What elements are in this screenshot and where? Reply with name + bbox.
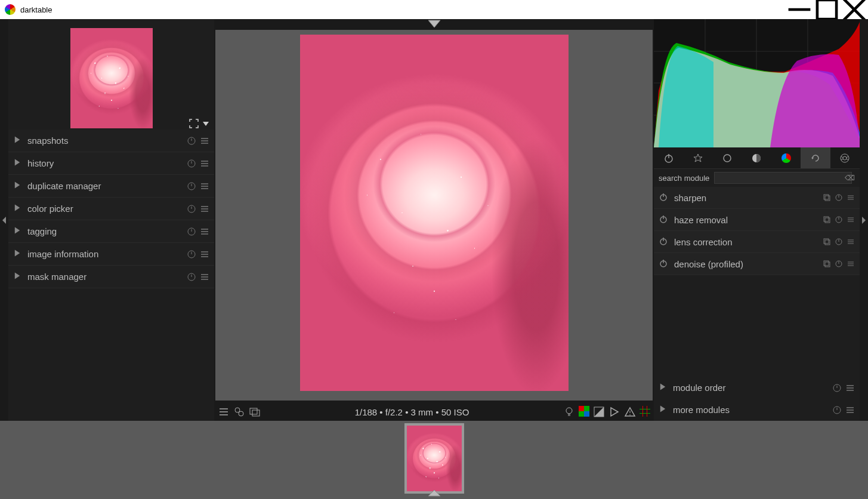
- preset-menu-icon[interactable]: [845, 383, 855, 393]
- overexposed-icon[interactable]: [593, 406, 605, 418]
- panel-label: history: [27, 158, 187, 168]
- tab-basic[interactable]: [713, 147, 742, 168]
- module-name: haze removal: [674, 215, 823, 225]
- preset-menu-icon[interactable]: [200, 250, 209, 259]
- panel-duplicate-manager[interactable]: duplicate manager: [8, 175, 214, 198]
- svg-marker-4: [2, 217, 6, 224]
- multi-instance-icon[interactable]: [823, 238, 831, 246]
- module-name: lens correction: [674, 237, 823, 247]
- tab-favorites[interactable]: [683, 147, 712, 168]
- reset-icon[interactable]: [187, 136, 196, 146]
- preset-menu-icon[interactable]: [200, 204, 209, 214]
- panel-label: module order: [673, 383, 832, 393]
- panel-color-picker[interactable]: color picker: [8, 198, 214, 220]
- reset-icon[interactable]: [832, 405, 842, 415]
- module-name: sharpen: [674, 193, 823, 203]
- multi-instance-icon[interactable]: [823, 193, 831, 202]
- preset-menu-icon[interactable]: [847, 215, 855, 224]
- second-window-icon[interactable]: [249, 406, 261, 418]
- panel-label: image information: [27, 249, 187, 259]
- svg-marker-5: [203, 122, 209, 126]
- panel-mask-manager[interactable]: mask manager: [8, 266, 214, 288]
- quick-access-icon[interactable]: [218, 406, 230, 418]
- fullscreen-icon[interactable]: [189, 119, 199, 128]
- left-collapse-handle[interactable]: [0, 19, 8, 421]
- preset-menu-icon[interactable]: [200, 159, 209, 168]
- reset-icon[interactable]: [187, 272, 196, 282]
- svg-point-75: [724, 155, 731, 162]
- raw-overexposed-icon[interactable]: [579, 406, 589, 417]
- filmstrip-thumb[interactable]: [404, 423, 464, 494]
- panel-more-modules[interactable]: more modules: [654, 399, 860, 421]
- tab-color[interactable]: [771, 147, 801, 168]
- module-group-tabs: [654, 147, 860, 169]
- module-sharpen[interactable]: sharpen: [654, 187, 860, 209]
- preset-menu-icon[interactable]: [847, 193, 855, 202]
- preset-menu-icon[interactable]: [847, 238, 855, 246]
- reset-icon[interactable]: [835, 193, 843, 202]
- module-lens-correction[interactable]: lens correction: [654, 231, 860, 253]
- svg-marker-126: [660, 405, 665, 412]
- module-haze-removal[interactable]: haze removal: [654, 209, 860, 231]
- filmstrip-image: [407, 426, 462, 491]
- right-collapse-handle[interactable]: [860, 19, 868, 421]
- guides-icon[interactable]: [640, 406, 650, 417]
- reset-icon[interactable]: [187, 181, 196, 191]
- preset-menu-icon[interactable]: [847, 260, 855, 268]
- top-collapse-handle[interactable]: [426, 19, 443, 30]
- panel-tagging[interactable]: tagging: [8, 220, 214, 243]
- reset-icon[interactable]: [187, 159, 196, 168]
- preset-menu-icon[interactable]: [200, 272, 209, 282]
- module-denoise-profiled[interactable]: denoise (profiled): [654, 253, 860, 275]
- bottom-collapse-handle[interactable]: [426, 489, 443, 499]
- reset-icon[interactable]: [835, 238, 843, 246]
- power-icon[interactable]: [659, 192, 668, 204]
- close-button[interactable]: [841, 0, 868, 19]
- reset-icon[interactable]: [187, 250, 196, 259]
- reset-icon[interactable]: [835, 215, 843, 224]
- search-input[interactable]: [714, 172, 852, 184]
- svg-marker-36: [15, 250, 20, 256]
- tab-correction[interactable]: [801, 147, 830, 168]
- panel-module-order[interactable]: module order: [654, 377, 860, 399]
- preset-menu-icon[interactable]: [200, 227, 209, 236]
- tab-effects[interactable]: [830, 147, 860, 168]
- maximize-button[interactable]: [813, 0, 841, 19]
- expand-triangle-icon: [13, 226, 21, 236]
- power-icon[interactable]: [659, 236, 668, 248]
- expand-triangle-icon: [13, 249, 21, 259]
- gamut-check-icon[interactable]: [624, 406, 636, 418]
- reset-icon[interactable]: [832, 383, 842, 393]
- navigation-preview[interactable]: [8, 19, 214, 130]
- tab-active-modules[interactable]: [654, 147, 683, 168]
- panel-image-information[interactable]: image information: [8, 243, 214, 266]
- reset-icon[interactable]: [835, 260, 843, 268]
- expand-triangle-icon: [659, 383, 667, 393]
- panel-snapshots[interactable]: snapshots: [8, 130, 214, 152]
- panel-history[interactable]: history: [8, 152, 214, 175]
- preset-menu-icon[interactable]: [845, 405, 855, 415]
- preset-menu-icon[interactable]: [200, 181, 209, 191]
- power-icon[interactable]: [659, 214, 668, 226]
- tab-tone[interactable]: [742, 147, 771, 168]
- svg-rect-55: [252, 410, 260, 416]
- softproof-icon[interactable]: [608, 406, 620, 418]
- window-controls: [786, 0, 868, 19]
- collapse-triangle-icon[interactable]: [201, 119, 211, 128]
- power-icon[interactable]: [659, 258, 668, 270]
- filmstrip[interactable]: [0, 421, 868, 499]
- svg-rect-96: [825, 218, 830, 223]
- reset-icon[interactable]: [187, 227, 196, 236]
- svg-rect-114: [825, 262, 830, 267]
- multi-instance-icon[interactable]: [823, 260, 831, 268]
- module-search-row: search module ⌫: [654, 169, 860, 187]
- bulb-icon[interactable]: [563, 406, 575, 418]
- styles-icon[interactable]: [233, 406, 245, 418]
- preset-menu-icon[interactable]: [200, 136, 209, 146]
- panel-label: snapshots: [27, 135, 187, 146]
- minimize-button[interactable]: [786, 0, 813, 19]
- canvas-viewport[interactable]: [215, 30, 653, 401]
- multi-instance-icon[interactable]: [823, 215, 831, 224]
- reset-icon[interactable]: [187, 204, 196, 214]
- histogram[interactable]: [654, 19, 860, 147]
